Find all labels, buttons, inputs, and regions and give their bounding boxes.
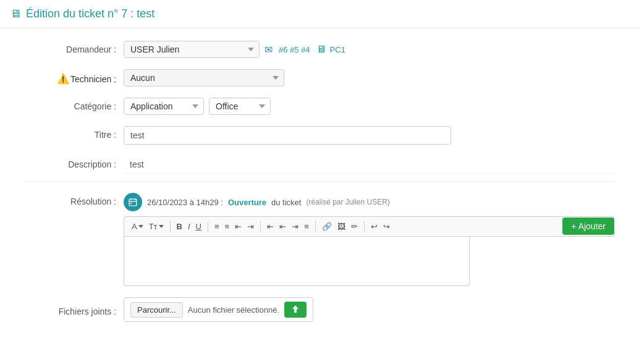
ticket-badges[interactable]: #6 #5 #4 [279, 45, 310, 54]
align-group: ⇤ ⇤ ⇥ ≡ [264, 221, 311, 232]
browse-button[interactable]: Parcourir... [130, 302, 183, 318]
calendar-icon [129, 198, 137, 206]
computer-icon: 🖥 [316, 44, 326, 55]
description-label: Description : [25, 156, 124, 169]
titre-row: Titre : [25, 126, 614, 145]
format-group: B I U [174, 221, 204, 232]
add-button[interactable]: + Ajouter [562, 218, 614, 235]
align-justify-button[interactable]: ≡ [302, 221, 311, 232]
redo-button[interactable]: ↪ [381, 221, 392, 232]
separator-1 [170, 221, 171, 232]
svg-rect-4 [130, 203, 132, 204]
upload-button[interactable] [284, 302, 307, 318]
history-group: ↩ ↪ [368, 221, 392, 232]
link-button[interactable]: 🔗 [320, 221, 334, 232]
image-button[interactable]: 🖼 [335, 221, 348, 232]
categorie-label: Catégorie : [25, 98, 124, 111]
unordered-list-button[interactable]: ≡ [212, 221, 222, 232]
resolution-meta: (réalisé par Julien USER) [306, 198, 389, 206]
outdent-button[interactable]: ⇤ [232, 221, 244, 232]
list-group: ≡ ≡ ⇤ ⇥ [212, 221, 256, 232]
separator-2 [208, 221, 208, 232]
undo-button[interactable]: ↩ [368, 221, 380, 232]
file-upload-area: Parcourir... Aucun fichier sélectionné. [124, 297, 313, 322]
ordered-list-button[interactable]: ≡ [222, 221, 232, 232]
align-center-button[interactable]: ⇤ [277, 221, 289, 232]
demandeur-label: Demandeur : [25, 41, 124, 54]
align-right-button[interactable]: ⇥ [289, 221, 301, 232]
no-file-text: Aucun fichier sélectionné. [188, 305, 279, 315]
demandeur-controls: USER Julien ✉ #6 #5 #4 🖥 PC1 [124, 41, 614, 58]
fichiers-row: Fichiers joints : Parcourir... Aucun fic… [25, 297, 614, 322]
resolution-history: 26/10/2023 à 14h29 : Ouverture du ticket… [124, 193, 614, 211]
technicien-label-wrapper: ⚠️ Technicien : [25, 69, 124, 85]
pen-button[interactable]: ✏ [349, 221, 360, 232]
editor-toolbar: A Tт B I U ≡ ≡ ⇤ ⇥ ⇤ [124, 216, 614, 237]
editor-body[interactable] [124, 237, 470, 286]
italic-button[interactable]: I [185, 221, 193, 232]
technicien-label: Technicien : [70, 74, 116, 84]
separator-4 [315, 221, 316, 232]
categorie-row: Catégorie : Application Matériel Réseau … [25, 98, 614, 115]
font-group: A Tт [129, 221, 166, 232]
mail-icon[interactable]: ✉ [264, 44, 273, 56]
font-size-button[interactable]: A [129, 221, 146, 232]
subcategory-select[interactable]: Office Excel Word [209, 98, 271, 115]
form-container: Demandeur : USER Julien ✉ #6 #5 #4 🖥 PC1… [0, 28, 639, 345]
resolution-action-link[interactable]: Ouverture [228, 198, 266, 207]
titre-controls [124, 126, 614, 145]
technicien-select[interactable]: Aucun Technicien 1 Technicien 2 [124, 69, 284, 87]
page-header: 🖥 Édition du ticket n° 7 : test [0, 0, 639, 28]
ticket-icon: 🖥 [10, 7, 21, 20]
category-select[interactable]: Application Matériel Réseau [124, 98, 204, 115]
calendar-button[interactable] [124, 193, 142, 211]
align-left-button[interactable]: ⇤ [264, 221, 276, 232]
titre-label: Titre : [25, 126, 124, 140]
svg-rect-0 [129, 199, 137, 206]
categorie-controls: Application Matériel Réseau Office Excel… [124, 98, 614, 115]
warning-icon: ⚠️ [57, 73, 69, 85]
page-title: Édition du ticket n° 7 : test [26, 7, 154, 20]
demandeur-row: Demandeur : USER Julien ✉ #6 #5 #4 🖥 PC1 [25, 41, 614, 58]
bold-button[interactable]: B [174, 221, 185, 232]
text-size-button[interactable]: Tт [146, 221, 166, 232]
insert-group: 🔗 🖼 ✏ [320, 221, 360, 232]
description-row: Description : [25, 156, 614, 182]
indent-button[interactable]: ⇥ [245, 221, 256, 232]
underline-button[interactable]: U [193, 221, 204, 232]
resolution-content: 26/10/2023 à 14h29 : Ouverture du ticket… [124, 193, 614, 286]
demandeur-icons: ✉ #6 #5 #4 🖥 PC1 [264, 44, 345, 56]
upload-icon [290, 305, 300, 315]
resolution-action-suffix: du ticket [271, 198, 301, 207]
technicien-controls: Aucun Technicien 1 Technicien 2 [124, 69, 614, 87]
resolution-row: Résolution : 26/10/2023 à 14h29 : Ouvert… [25, 193, 614, 286]
description-input[interactable] [124, 156, 614, 174]
separator-5 [364, 221, 365, 232]
resolution-label: Résolution : [25, 193, 124, 206]
resolution-date: 26/10/2023 à 14h29 : [147, 198, 223, 207]
titre-input[interactable] [124, 126, 451, 145]
computer-label[interactable]: PC1 [330, 45, 345, 54]
fichiers-label: Fichiers joints : [25, 303, 124, 316]
demandeur-select[interactable]: USER Julien [124, 41, 260, 58]
technicien-row: ⚠️ Technicien : Aucun Technicien 1 Techn… [25, 69, 614, 87]
separator-3 [260, 221, 261, 232]
